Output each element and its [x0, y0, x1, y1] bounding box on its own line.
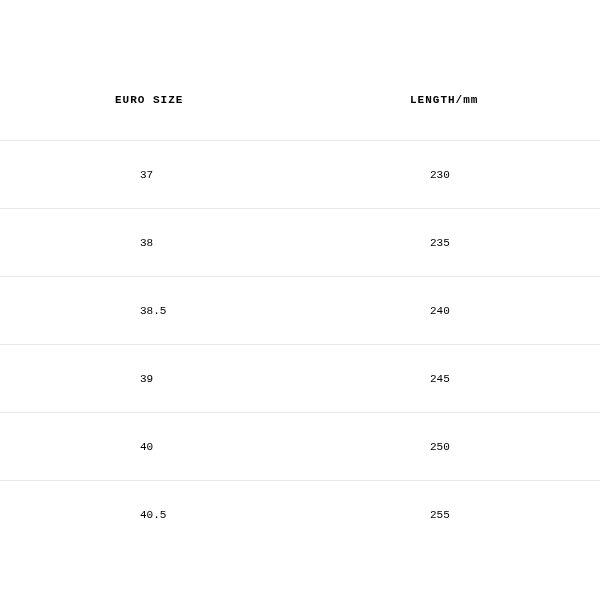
size-table: EURO SIZE LENGTH/mm 37 230 38 235 38.5 2… — [0, 0, 600, 548]
cell-euro-size: 38.5 — [0, 305, 300, 317]
cell-euro-size: 40.5 — [0, 509, 300, 521]
cell-length: 235 — [300, 237, 600, 249]
table-row: 38.5 240 — [0, 276, 600, 344]
cell-euro-size: 38 — [0, 237, 300, 249]
header-length: LENGTH/mm — [300, 94, 600, 106]
table-row: 39 245 — [0, 344, 600, 412]
table-row: 40.5 255 — [0, 480, 600, 548]
table-row: 40 250 — [0, 412, 600, 480]
table-row: 37 230 — [0, 140, 600, 208]
cell-euro-size: 39 — [0, 373, 300, 385]
cell-euro-size: 37 — [0, 169, 300, 181]
cell-length: 255 — [300, 509, 600, 521]
cell-euro-size: 40 — [0, 441, 300, 453]
table-header-row: EURO SIZE LENGTH/mm — [0, 60, 600, 140]
table-row: 38 235 — [0, 208, 600, 276]
header-euro-size: EURO SIZE — [0, 94, 300, 106]
cell-length: 230 — [300, 169, 600, 181]
cell-length: 240 — [300, 305, 600, 317]
cell-length: 250 — [300, 441, 600, 453]
cell-length: 245 — [300, 373, 600, 385]
